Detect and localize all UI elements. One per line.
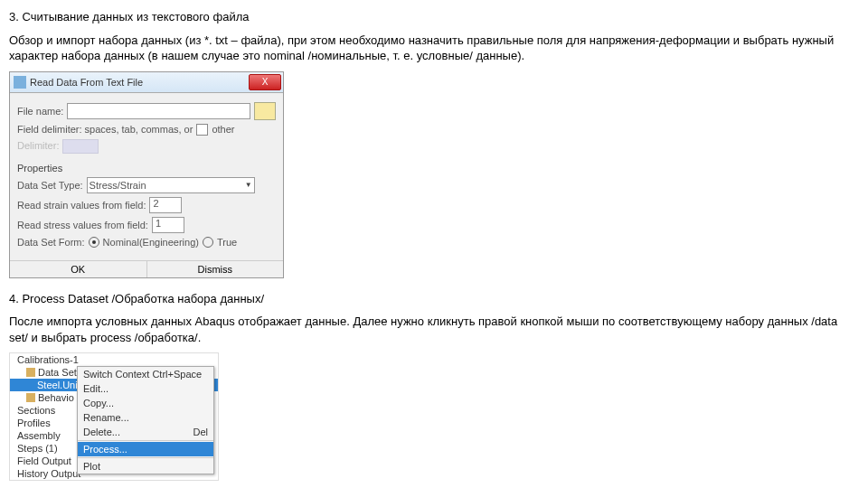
- chevron-down-icon: ▼: [245, 181, 252, 189]
- strain-field-input[interactable]: 2: [149, 197, 182, 213]
- strain-field-label: Read strain values from field:: [17, 200, 146, 211]
- menu-process[interactable]: Process...: [78, 442, 213, 456]
- menu-separator: [78, 440, 213, 441]
- dismiss-button[interactable]: Dismiss: [147, 261, 284, 277]
- dialog-titlebar: Read Data From Text File X: [10, 72, 283, 93]
- delimiter-label: Delimiter:: [17, 140, 59, 151]
- filename-label: File name:: [17, 106, 63, 117]
- menu-delete[interactable]: Delete...Del: [78, 425, 213, 439]
- other-label: other: [212, 124, 234, 135]
- dialog-title: Read Data From Text File: [30, 77, 249, 88]
- menu-separator: [78, 457, 213, 458]
- section-3-text: Обзор и импорт набора данных (из *. txt …: [9, 33, 859, 64]
- menu-copy[interactable]: Copy...: [78, 396, 213, 410]
- close-icon[interactable]: X: [249, 74, 281, 90]
- section-4-title: 4. Process Dataset /Обработка набора дан…: [9, 291, 859, 307]
- filename-input[interactable]: [67, 103, 250, 119]
- menu-plot[interactable]: Plot: [78, 459, 213, 474]
- nominal-radio[interactable]: [89, 237, 99, 248]
- ok-button[interactable]: OK: [10, 261, 147, 277]
- other-checkbox[interactable]: [196, 124, 208, 136]
- menu-switch-context[interactable]: Switch Context Ctrl+Space: [78, 367, 213, 381]
- folder-icon: [26, 393, 35, 402]
- dataset-type-select[interactable]: Stress/Strain ▼: [87, 177, 255, 193]
- tree-calibrations[interactable]: Calibrations-1: [10, 353, 218, 366]
- delim-text: Field delimiter: spaces, tab, commas, or: [17, 124, 193, 135]
- menu-rename[interactable]: Rename...: [78, 410, 213, 425]
- menu-edit[interactable]: Edit...: [78, 381, 213, 396]
- properties-header: Properties: [17, 163, 276, 174]
- section-4-text: После импорта условных данных Abaqus ото…: [9, 314, 859, 345]
- stress-field-label: Read stress values from field:: [17, 220, 148, 230]
- dataset-type-value: Stress/Strain: [90, 180, 146, 191]
- stress-field-input[interactable]: 1: [152, 217, 184, 233]
- browse-icon[interactable]: [254, 102, 276, 120]
- read-data-dialog: Read Data From Text File X File name: Fi…: [9, 71, 284, 278]
- nominal-label: Nominal(Engineering): [103, 237, 199, 248]
- delimiter-input[interactable]: [62, 139, 99, 154]
- dataset-type-label: Data Set Type:: [17, 180, 83, 191]
- true-label: True: [217, 237, 237, 248]
- app-icon: [14, 76, 26, 89]
- section-3-title: 3. Считывание данных из текстового файла: [9, 9, 859, 25]
- context-menu: Switch Context Ctrl+Space Edit... Copy..…: [77, 366, 214, 474]
- dataset-form-label: Data Set Form:: [17, 237, 85, 248]
- true-radio[interactable]: [203, 237, 213, 248]
- folder-icon: [26, 368, 35, 377]
- model-tree: Calibrations-1 Data Sets (1) Steel.UniTe…: [9, 352, 219, 481]
